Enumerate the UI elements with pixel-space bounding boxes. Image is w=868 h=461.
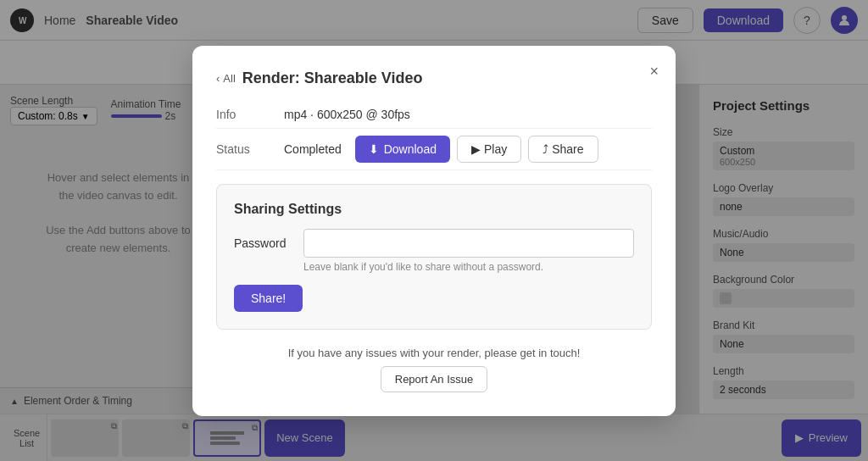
password-hint: Leave blank if you'd like to share witho… [303, 261, 634, 273]
issue-section: If you have any issues with your render,… [216, 347, 652, 392]
status-label: Status [216, 142, 284, 156]
share-icon: ⤴ [542, 142, 548, 156]
modal-download-button[interactable]: ⬇ Download [355, 136, 450, 163]
issue-text: If you have any issues with your render,… [216, 347, 652, 359]
report-issue-button[interactable]: Report An Issue [381, 366, 488, 392]
modal-actions: ⬇ Download ▶ Play ⤴ Share [355, 136, 598, 163]
info-value: mp4 · 600x250 @ 30fps [284, 108, 410, 121]
sharing-title: Sharing Settings [234, 202, 634, 217]
password-label: Password [234, 236, 293, 250]
sharing-settings-box: Sharing Settings Password Leave blank if… [216, 184, 652, 330]
password-input[interactable] [303, 229, 634, 258]
modal-info-row: Info mp4 · 600x250 @ 30fps [216, 101, 652, 129]
modal-back-button[interactable]: ‹ All [216, 72, 236, 85]
render-modal: ‹ All Render: Shareable Video × Info mp4… [192, 46, 676, 416]
play-icon: ▶ [471, 142, 481, 156]
back-arrow-icon: ‹ [216, 72, 220, 85]
modal-overlay[interactable]: ‹ All Render: Shareable Video × Info mp4… [0, 0, 868, 461]
modal-status-row: Status Completed ⬇ Download ▶ Play ⤴ Sha… [216, 129, 652, 170]
modal-nav: ‹ All Render: Shareable Video [216, 69, 652, 87]
share-action-button[interactable]: Share! [234, 285, 303, 312]
modal-share-button[interactable]: ⤴ Share [528, 136, 598, 163]
modal-title: Render: Shareable Video [242, 69, 423, 87]
modal-share-label: Share [552, 142, 583, 156]
info-label: Info [216, 108, 284, 121]
status-value: Completed [284, 142, 342, 156]
password-row: Password [234, 229, 634, 258]
download-icon: ⬇ [369, 142, 379, 156]
modal-download-label: Download [384, 142, 437, 156]
modal-play-label: Play [484, 142, 507, 156]
modal-play-button[interactable]: ▶ Play [457, 136, 521, 163]
back-label: All [223, 72, 235, 85]
modal-close-button[interactable]: × [649, 63, 659, 81]
